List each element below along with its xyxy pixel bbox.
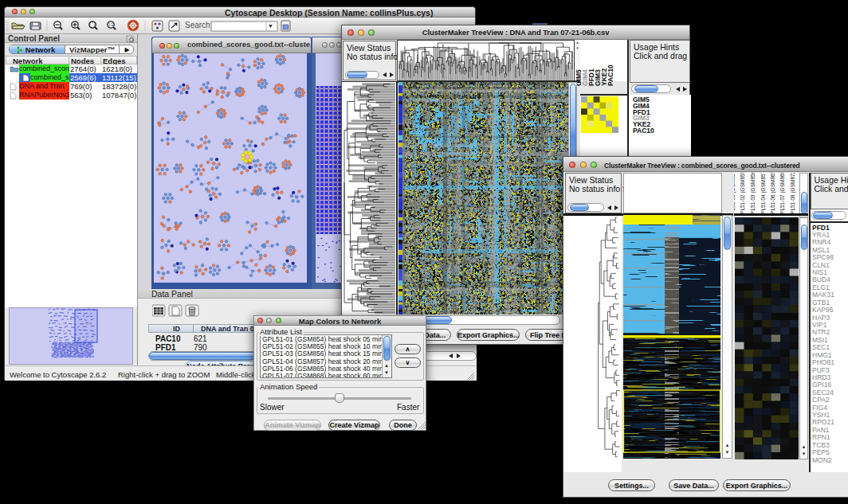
svg-text:1:1: 1:1: [108, 23, 114, 27]
svg-text:Search:: Search:: [185, 21, 212, 29]
